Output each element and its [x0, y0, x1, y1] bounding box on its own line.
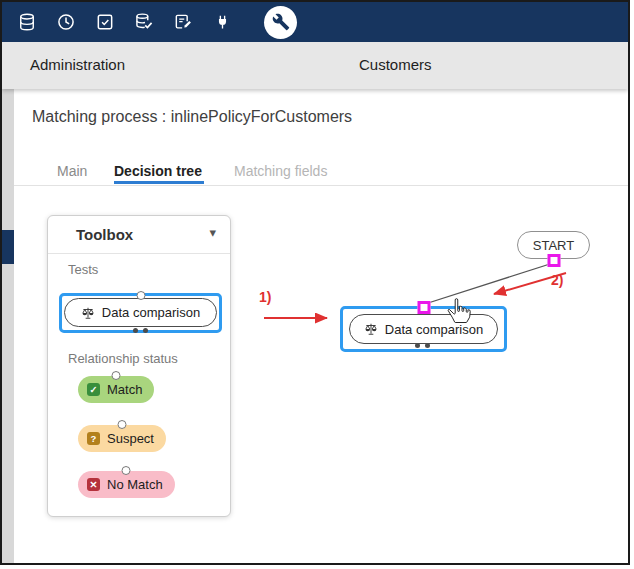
- task-check-icon[interactable]: [94, 11, 116, 33]
- no-match-icon: ✕: [87, 478, 100, 491]
- toolbox-section-tests: Tests: [68, 262, 98, 277]
- balance-scale-icon: [364, 322, 378, 336]
- match-icon: ✓: [87, 383, 100, 396]
- annotation-label-1: 1): [259, 289, 271, 305]
- tab-decision-tree[interactable]: Decision tree: [114, 163, 202, 179]
- tab-main[interactable]: Main: [57, 163, 87, 179]
- toolbox-item-label: Suspect: [107, 431, 154, 446]
- connector-circle: [136, 291, 145, 300]
- app-window: Administration Customers Matching proces…: [0, 0, 630, 565]
- toolbox-section-relationship-status: Relationship status: [68, 351, 178, 366]
- page-title: Matching process : inlinePolicyForCustom…: [32, 108, 352, 126]
- workspace-tab-bar: Administration Customers: [2, 42, 628, 89]
- tabs-divider: [14, 185, 628, 186]
- toolbox-item-label: Match: [107, 382, 142, 397]
- connector-circle: [112, 371, 121, 380]
- toolbox-item-label: Data comparison: [102, 305, 200, 320]
- connector-circle: [122, 466, 131, 475]
- active-tab-underline: [114, 181, 204, 184]
- left-scrollbar-thumb[interactable]: [2, 230, 14, 264]
- toolbox-item-suspect[interactable]: ? Suspect: [78, 425, 166, 452]
- output-dot: [133, 328, 138, 333]
- wrench-icon[interactable]: [264, 6, 297, 39]
- left-gutter: [2, 89, 14, 563]
- node-data-comparison[interactable]: Data comparison: [340, 306, 507, 352]
- document-edit-icon[interactable]: [172, 11, 194, 33]
- toolbox-item-label: No Match: [107, 477, 163, 492]
- balance-scale-icon: [81, 306, 95, 320]
- node-label: Data comparison: [385, 322, 483, 337]
- plug-icon[interactable]: [211, 11, 233, 33]
- toolbox-title: Toolbox: [76, 226, 133, 243]
- output-dot: [415, 343, 420, 348]
- connector-circle: [117, 420, 126, 429]
- clock-icon[interactable]: [55, 11, 77, 33]
- node-start[interactable]: START: [517, 231, 590, 259]
- annotation-label-2: 2): [551, 272, 563, 288]
- input-connector-handle[interactable]: [417, 301, 430, 314]
- toolbox-item-no-match[interactable]: ✕ No Match: [78, 471, 175, 498]
- data-comparison-pill: Data comparison: [64, 298, 217, 327]
- toolbox-header: Toolbox ▾: [48, 216, 230, 254]
- output-dot: [143, 328, 148, 333]
- output-connector-handle[interactable]: [547, 254, 560, 267]
- database-check-icon[interactable]: [133, 11, 155, 33]
- workspace-tab-administration[interactable]: Administration: [30, 56, 125, 73]
- database-icon[interactable]: [16, 11, 38, 33]
- chevron-down-icon[interactable]: ▾: [209, 225, 216, 240]
- output-dot: [425, 343, 430, 348]
- toolbox-item-match[interactable]: ✓ Match: [78, 376, 154, 403]
- workspace-tab-customers[interactable]: Customers: [359, 56, 432, 73]
- top-navigation-bar: [2, 2, 628, 42]
- toolbox-panel: Toolbox ▾ Tests Data comparison: [47, 215, 231, 517]
- suspect-icon: ?: [87, 432, 100, 445]
- tab-matching-fields[interactable]: Matching fields: [234, 163, 327, 179]
- node-label: START: [533, 238, 574, 253]
- toolbox-item-data-comparison[interactable]: Data comparison: [59, 293, 222, 333]
- data-comparison-pill: Data comparison: [349, 314, 498, 344]
